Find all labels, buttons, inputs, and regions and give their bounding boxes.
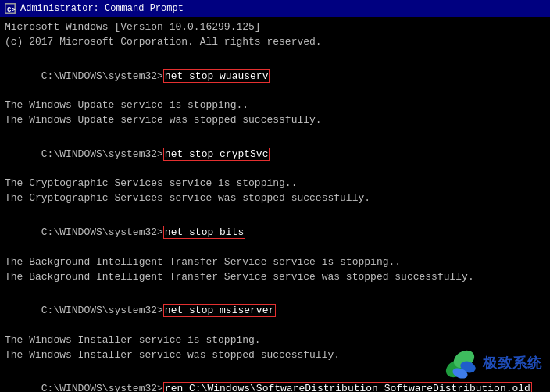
header-line-2: (c) 2017 Microsoft Corporation. All righ… — [5, 35, 545, 50]
title-bar-text: Administrator: Command Prompt — [20, 3, 545, 14]
output-3-1: The Background Intelligent Transfer Serv… — [5, 255, 545, 270]
command-line-4: C:\WINDOWS\system32>net stop msiserver — [5, 289, 545, 333]
cmd-highlight-2: net stop cryptSvc — [163, 148, 270, 161]
watermark-text: 极致系统 — [483, 356, 542, 370]
prompt-3: C:\WINDOWS\system32> — [41, 226, 163, 238]
header-line-1: Microsoft Windows [Version 10.0.16299.12… — [5, 20, 545, 35]
watermark: 极致系统 — [441, 341, 542, 384]
title-bar-icon: C> — [5, 3, 16, 14]
output-1-1: The Windows Update service is stopping.. — [5, 98, 545, 113]
cmd-highlight-3: net stop bits — [163, 226, 245, 239]
prompt-5: C:\WINDOWS\system32> — [41, 383, 163, 392]
command-prompt-window: C> Administrator: Command Prompt Microso… — [0, 0, 550, 392]
prompt-4: C:\WINDOWS\system32> — [41, 305, 163, 316]
cmd-highlight-1: net stop wuauserv — [163, 69, 270, 83]
output-2-1: The Cryptographic Services service is st… — [5, 176, 545, 191]
command-line-3: C:\WINDOWS\system32>net stop bits — [5, 211, 545, 255]
cmd-highlight-4: net stop msiserver — [163, 304, 276, 317]
prompt-1: C:\WINDOWS\system32> — [41, 70, 163, 82]
prompt-2: C:\WINDOWS\system32> — [41, 148, 163, 160]
command-line-1: C:\WINDOWS\system32>net stop wuauserv — [5, 55, 545, 99]
output-2-2: The Cryptographic Services service was s… — [5, 191, 545, 206]
title-bar: C> Administrator: Command Prompt — [0, 0, 550, 17]
output-3-2: The Background Intelligent Transfer Serv… — [5, 270, 545, 285]
terminal-body[interactable]: Microsoft Windows [Version 10.0.16299.12… — [0, 17, 550, 392]
watermark-text-container: 极致系统 — [483, 356, 542, 370]
command-line-2: C:\WINDOWS\system32>net stop cryptSvc — [5, 133, 545, 177]
output-1-2: The Windows Update service was stopped s… — [5, 113, 545, 128]
watermark-logo — [441, 344, 480, 383]
svg-text:C>: C> — [7, 6, 16, 14]
